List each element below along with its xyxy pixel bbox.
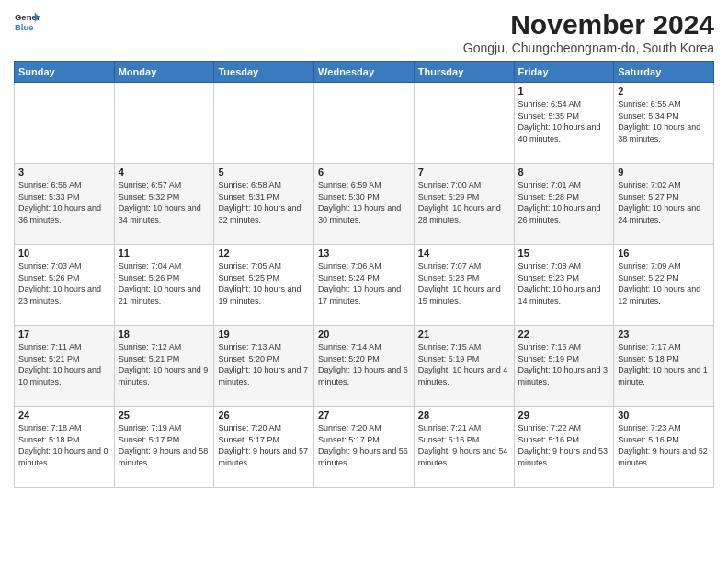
day-info: Sunrise: 7:06 AM Sunset: 5:24 PM Dayligh… [318,260,410,306]
day-info: Sunrise: 7:18 AM Sunset: 5:18 PM Dayligh… [18,422,110,468]
day-info: Sunrise: 7:23 AM Sunset: 5:16 PM Dayligh… [618,422,710,468]
calendar-cell: 18Sunrise: 7:12 AM Sunset: 5:21 PM Dayli… [114,326,214,407]
day-info: Sunrise: 7:04 AM Sunset: 5:26 PM Dayligh… [119,260,210,306]
calendar-cell: 12Sunrise: 7:05 AM Sunset: 5:25 PM Dayli… [214,245,314,326]
day-info: Sunrise: 7:14 AM Sunset: 5:20 PM Dayligh… [318,341,410,387]
day-number: 27 [318,409,410,420]
day-info: Sunrise: 6:54 AM Sunset: 5:35 PM Dayligh… [518,98,610,144]
day-number: 14 [418,247,510,259]
day-info: Sunrise: 7:01 AM Sunset: 5:28 PM Dayligh… [518,179,610,225]
day-info: Sunrise: 7:12 AM Sunset: 5:21 PM Dayligh… [119,341,210,387]
day-info: Sunrise: 7:03 AM Sunset: 5:26 PM Dayligh… [18,260,110,306]
svg-text:Blue: Blue [15,22,34,32]
day-info: Sunrise: 6:56 AM Sunset: 5:33 PM Dayligh… [18,179,110,225]
calendar-cell: 7Sunrise: 7:00 AM Sunset: 5:29 PM Daylig… [414,164,514,245]
day-number: 15 [518,247,610,259]
day-number: 12 [218,247,310,259]
day-number: 29 [518,409,610,420]
day-number: 28 [418,409,510,420]
day-number: 3 [18,167,110,178]
calendar-cell: 19Sunrise: 7:13 AM Sunset: 5:20 PM Dayli… [214,326,314,407]
day-info: Sunrise: 7:15 AM Sunset: 5:19 PM Dayligh… [418,341,510,387]
calendar-week-5: 24Sunrise: 7:18 AM Sunset: 5:18 PM Dayli… [15,407,714,488]
calendar-cell: 8Sunrise: 7:01 AM Sunset: 5:28 PM Daylig… [514,164,614,245]
weekday-header-friday: Friday [514,62,614,83]
header: General Blue November 2024 Gongju, Chung… [14,9,714,55]
calendar-cell: 2Sunrise: 6:55 AM Sunset: 5:34 PM Daylig… [614,83,714,164]
calendar-week-4: 17Sunrise: 7:11 AM Sunset: 5:21 PM Dayli… [15,326,714,407]
logo: General Blue [14,9,40,35]
day-info: Sunrise: 7:08 AM Sunset: 5:23 PM Dayligh… [518,260,610,306]
calendar-cell: 9Sunrise: 7:02 AM Sunset: 5:27 PM Daylig… [614,164,714,245]
logo-icon: General Blue [14,9,40,35]
day-number: 21 [418,328,510,339]
day-info: Sunrise: 7:13 AM Sunset: 5:20 PM Dayligh… [218,341,310,387]
calendar-cell: 27Sunrise: 7:20 AM Sunset: 5:17 PM Dayli… [314,407,415,488]
weekday-header-saturday: Saturday [614,62,714,83]
day-number: 8 [518,167,610,178]
day-number: 4 [119,167,210,178]
calendar-cell: 15Sunrise: 7:08 AM Sunset: 5:23 PM Dayli… [514,245,614,326]
calendar-cell: 25Sunrise: 7:19 AM Sunset: 5:17 PM Dayli… [114,407,214,488]
weekday-header-thursday: Thursday [414,62,514,83]
day-info: Sunrise: 7:07 AM Sunset: 5:23 PM Dayligh… [418,260,510,306]
weekday-header-monday: Monday [114,62,214,83]
day-info: Sunrise: 7:16 AM Sunset: 5:19 PM Dayligh… [518,341,610,387]
day-number: 30 [618,409,710,420]
day-number: 5 [218,167,310,178]
day-number: 19 [218,328,310,339]
day-number: 24 [18,409,110,420]
calendar-week-3: 10Sunrise: 7:03 AM Sunset: 5:26 PM Dayli… [15,245,714,326]
day-number: 25 [119,409,210,420]
day-number: 16 [618,247,710,259]
title-area: November 2024 Gongju, Chungcheongnam-do,… [463,9,714,55]
day-number: 1 [518,86,610,97]
calendar-cell: 23Sunrise: 7:17 AM Sunset: 5:18 PM Dayli… [614,326,714,407]
day-number: 13 [318,247,410,259]
day-number: 9 [618,167,710,178]
calendar-cell: 28Sunrise: 7:21 AM Sunset: 5:16 PM Dayli… [414,407,514,488]
day-info: Sunrise: 7:17 AM Sunset: 5:18 PM Dayligh… [618,341,710,387]
location-title: Gongju, Chungcheongnam-do, South Korea [463,40,714,55]
weekday-header-wednesday: Wednesday [314,62,415,83]
day-number: 18 [119,328,210,339]
calendar-cell [114,83,214,164]
calendar-week-2: 3Sunrise: 6:56 AM Sunset: 5:33 PM Daylig… [15,164,714,245]
calendar-cell [214,83,314,164]
weekday-header-sunday: Sunday [15,62,115,83]
month-title: November 2024 [463,9,714,40]
calendar-cell: 17Sunrise: 7:11 AM Sunset: 5:21 PM Dayli… [15,326,115,407]
day-info: Sunrise: 6:55 AM Sunset: 5:34 PM Dayligh… [618,98,710,144]
day-info: Sunrise: 6:58 AM Sunset: 5:31 PM Dayligh… [218,179,310,225]
calendar-week-1: 1Sunrise: 6:54 AM Sunset: 5:35 PM Daylig… [15,83,714,164]
day-info: Sunrise: 7:19 AM Sunset: 5:17 PM Dayligh… [119,422,210,468]
day-info: Sunrise: 7:00 AM Sunset: 5:29 PM Dayligh… [418,179,510,225]
calendar-cell: 20Sunrise: 7:14 AM Sunset: 5:20 PM Dayli… [314,326,415,407]
day-number: 26 [218,409,310,420]
calendar-cell [414,83,514,164]
day-number: 6 [318,167,410,178]
calendar-cell [314,83,415,164]
calendar-cell: 16Sunrise: 7:09 AM Sunset: 5:22 PM Dayli… [614,245,714,326]
day-number: 17 [18,328,110,339]
weekday-header-tuesday: Tuesday [214,62,314,83]
day-info: Sunrise: 7:21 AM Sunset: 5:16 PM Dayligh… [418,422,510,468]
day-number: 7 [418,167,510,178]
calendar-cell: 22Sunrise: 7:16 AM Sunset: 5:19 PM Dayli… [514,326,614,407]
day-number: 2 [618,86,710,97]
calendar-cell: 3Sunrise: 6:56 AM Sunset: 5:33 PM Daylig… [15,164,115,245]
calendar-cell: 5Sunrise: 6:58 AM Sunset: 5:31 PM Daylig… [214,164,314,245]
calendar-cell: 24Sunrise: 7:18 AM Sunset: 5:18 PM Dayli… [15,407,115,488]
calendar-cell: 29Sunrise: 7:22 AM Sunset: 5:16 PM Dayli… [514,407,614,488]
day-info: Sunrise: 7:05 AM Sunset: 5:25 PM Dayligh… [218,260,310,306]
calendar-cell: 21Sunrise: 7:15 AM Sunset: 5:19 PM Dayli… [414,326,514,407]
day-number: 22 [518,328,610,339]
day-info: Sunrise: 7:20 AM Sunset: 5:17 PM Dayligh… [218,422,310,468]
day-info: Sunrise: 7:09 AM Sunset: 5:22 PM Dayligh… [618,260,710,306]
weekday-header-row: SundayMondayTuesdayWednesdayThursdayFrid… [15,62,714,83]
calendar-cell: 30Sunrise: 7:23 AM Sunset: 5:16 PM Dayli… [614,407,714,488]
calendar-cell: 6Sunrise: 6:59 AM Sunset: 5:30 PM Daylig… [314,164,415,245]
day-number: 11 [119,247,210,259]
day-number: 10 [18,247,110,259]
calendar-cell: 13Sunrise: 7:06 AM Sunset: 5:24 PM Dayli… [314,245,415,326]
